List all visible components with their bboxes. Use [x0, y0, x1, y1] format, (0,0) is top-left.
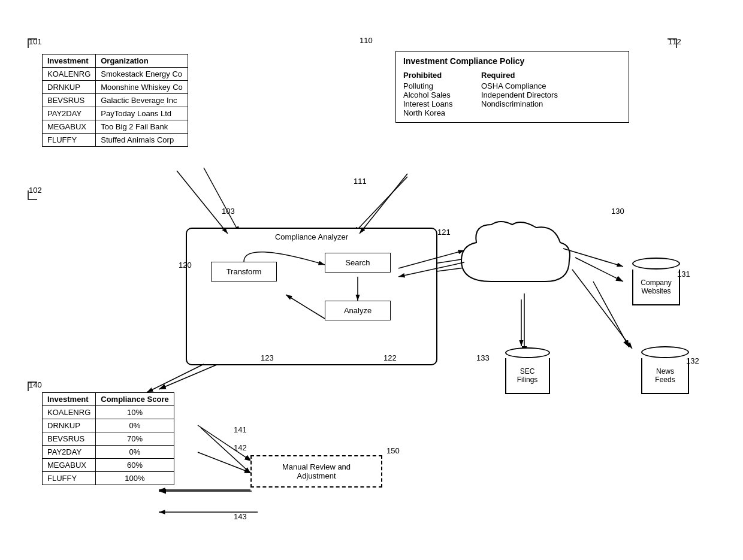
- required-item: Nondiscrimination: [481, 99, 558, 108]
- prohibited-item: North Korea: [403, 108, 469, 117]
- ref-131: 131: [677, 270, 690, 279]
- ref-111: 111: [354, 177, 367, 186]
- news-feeds-top: [641, 346, 689, 358]
- res-score-cell: 60%: [96, 459, 174, 472]
- required-item: Independent Directors: [481, 90, 558, 99]
- org-cell: Moonshine Whiskey Co: [96, 81, 188, 94]
- svg-line-21: [147, 364, 204, 392]
- cloud-shape: [455, 216, 575, 299]
- prohibited-title: Prohibited: [403, 71, 469, 80]
- res-score-cell: 10%: [96, 406, 174, 419]
- ref-141: 141: [234, 425, 247, 434]
- investment-table-row: BEVSRUSGalactic Beverage Inc: [43, 94, 188, 107]
- results-table-row: MEGABUX60%: [43, 459, 174, 472]
- results-table: Investment Compliance Score KOALENRG10%D…: [42, 392, 174, 485]
- bracket-112: [665, 36, 682, 54]
- svg-line-14: [198, 452, 252, 473]
- results-table-row: DRNKUP0%: [43, 419, 174, 432]
- ref-130: 130: [611, 207, 624, 216]
- res-inv-cell: MEGABUX: [43, 459, 96, 472]
- manual-review-box: Manual Review andAdjustment: [250, 455, 382, 488]
- res-inv-cell: BEVSRUS: [43, 432, 96, 446]
- results-table-row: PAY2DAY0%: [43, 446, 174, 459]
- org-col-header: Organization: [96, 55, 188, 68]
- inv-cell: FLUFFY: [43, 134, 96, 147]
- inv-cell: BEVSRUS: [43, 94, 96, 107]
- res-inv-cell: FLUFFY: [43, 472, 96, 485]
- investment-table-row: KOALENRGSmokestack Energy Co: [43, 68, 188, 81]
- ref-142: 142: [234, 443, 247, 452]
- investment-table-row: FLUFFYStuffed Animals Corp: [43, 134, 188, 147]
- org-cell: Too Big 2 Fail Bank: [96, 120, 188, 134]
- inv-cell: MEGABUX: [43, 120, 96, 134]
- res-score-cell: 0%: [96, 446, 174, 459]
- svg-line-19: [286, 295, 325, 319]
- svg-line-2: [204, 168, 240, 234]
- investment-table-row: MEGABUXToo Big 2 Fail Bank: [43, 120, 188, 134]
- ref-110: 110: [360, 36, 373, 45]
- org-cell: Galactic Beverage Inc: [96, 94, 188, 107]
- results-score-col-header: Compliance Score: [96, 393, 174, 406]
- inv-cell: KOALENRG: [43, 68, 96, 81]
- investment-table: Investment Organization KOALENRGSmokesta…: [42, 54, 188, 147]
- results-table-container: Investment Compliance Score KOALENRG10%D…: [42, 392, 174, 485]
- results-table-row: FLUFFY100%: [43, 472, 174, 485]
- sec-filings-body: SECFilings: [505, 358, 550, 394]
- org-cell: Stuffed Animals Corp: [96, 134, 188, 147]
- svg-line-30: [177, 171, 228, 234]
- compliance-policy-box: Investment Compliance Policy Prohibited …: [395, 51, 629, 123]
- ref-143: 143: [234, 512, 247, 521]
- results-table-row: KOALENRG10%: [43, 406, 174, 419]
- company-websites-cylinder: CompanyWebsites: [623, 258, 689, 305]
- company-websites-top: [632, 258, 680, 270]
- manual-review-label: Manual Review andAdjustment: [282, 462, 351, 480]
- results-inv-col-header: Investment: [43, 393, 96, 406]
- news-feeds-label: NewsFeeds: [655, 367, 675, 384]
- res-score-cell: 0%: [96, 419, 174, 432]
- ref-120: 120: [179, 261, 192, 270]
- res-score-cell: 100%: [96, 472, 174, 485]
- res-inv-cell: PAY2DAY: [43, 446, 96, 459]
- policy-required-section: Required OSHA ComplianceIndependent Dire…: [481, 71, 558, 117]
- company-websites-label: CompanyWebsites: [641, 279, 671, 295]
- res-score-cell: 70%: [96, 432, 174, 446]
- ref-133: 133: [476, 353, 490, 362]
- ref-150: 150: [386, 446, 400, 455]
- sec-filings-cylinder: SECFilings: [500, 347, 554, 394]
- inv-cell: PAY2DAY: [43, 107, 96, 120]
- bracket-101: [25, 36, 43, 54]
- policy-prohibited-section: Prohibited PollutingAlcohol SalesInteres…: [403, 71, 469, 117]
- ref-132: 132: [686, 356, 699, 365]
- required-title: Required: [481, 71, 558, 80]
- required-item: OSHA Compliance: [481, 81, 558, 90]
- inv-cell: DRNKUP: [43, 81, 96, 94]
- diagram-container: 101 Investment Organization KOALENRGSmok…: [0, 0, 743, 560]
- org-cell: Smokestack Energy Co: [96, 68, 188, 81]
- prohibited-item: Interest Loans: [403, 99, 469, 108]
- prohibited-item: Alcohol Sales: [403, 90, 469, 99]
- news-feeds-cylinder: NewsFeeds: [632, 346, 698, 394]
- prohibited-item: Polluting: [403, 81, 469, 90]
- results-table-row: BEVSRUS70%: [43, 432, 174, 446]
- sec-filings-top: [505, 347, 550, 358]
- inv-col-header: Investment: [43, 55, 96, 68]
- analyzer-internal-arrows: [187, 229, 439, 367]
- sec-filings-label: SECFilings: [517, 367, 538, 384]
- res-inv-cell: DRNKUP: [43, 419, 96, 432]
- svg-line-12: [575, 258, 623, 281]
- bracket-102: [25, 184, 43, 202]
- investment-table-row: PAY2DAYPayToday Loans Ltd: [43, 107, 188, 120]
- ref-103: 103: [222, 207, 235, 216]
- investment-table-row: DRNKUPMoonshine Whiskey Co: [43, 81, 188, 94]
- news-feeds-body: NewsFeeds: [641, 358, 689, 394]
- policy-title: Investment Compliance Policy: [403, 56, 621, 66]
- ref-123: 123: [261, 353, 274, 362]
- ref-121: 121: [437, 228, 451, 237]
- res-inv-cell: KOALENRG: [43, 406, 96, 419]
- investment-table-container: Investment Organization KOALENRGSmokesta…: [42, 54, 188, 147]
- org-cell: PayToday Loans Ltd: [96, 107, 188, 120]
- svg-line-31: [360, 174, 407, 234]
- company-websites-body: CompanyWebsites: [632, 270, 680, 305]
- compliance-analyzer-box: Compliance Analyzer Transform Search Ana…: [186, 228, 437, 365]
- ref-122: 122: [383, 353, 397, 362]
